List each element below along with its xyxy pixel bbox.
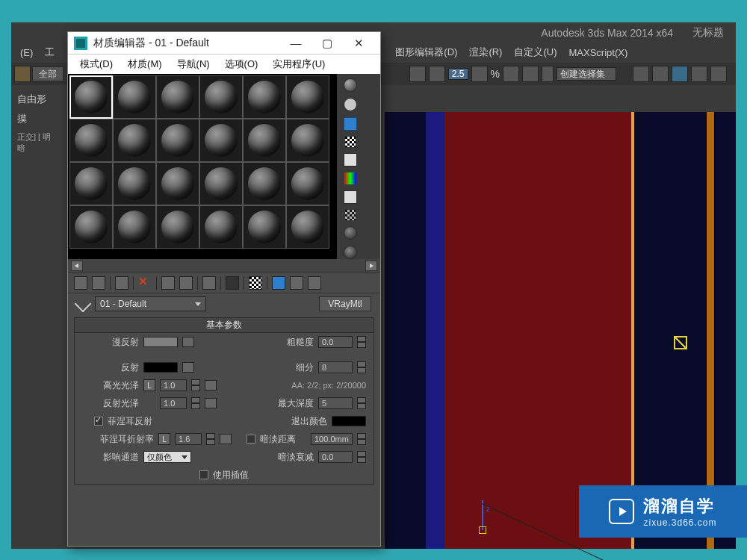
hilight-spinner[interactable] bbox=[191, 379, 200, 391]
make-copy-icon[interactable] bbox=[161, 276, 175, 290]
dimfall-spinner[interactable] bbox=[357, 451, 366, 463]
maxdepth-spinner[interactable] bbox=[357, 397, 366, 409]
assign-to-selection-icon[interactable] bbox=[115, 276, 128, 290]
options-icon[interactable] bbox=[345, 210, 356, 220]
menu-customize[interactable]: 自定义(U) bbox=[508, 44, 562, 60]
menu-render[interactable]: 渲染(R) bbox=[463, 44, 508, 60]
me-menu-utilities[interactable]: 实用程序(U) bbox=[265, 56, 332, 72]
pick-material-icon[interactable] bbox=[75, 296, 92, 313]
me-menu-mode[interactable]: 模式(D) bbox=[72, 56, 120, 72]
sample-slot[interactable] bbox=[286, 75, 329, 119]
sample-slot[interactable] bbox=[243, 162, 286, 205]
viewport-label[interactable]: 正交] [ 明暗 bbox=[11, 128, 62, 157]
me-menu-navigate[interactable]: 导航(N) bbox=[170, 56, 217, 72]
ior-lock-button[interactable]: L bbox=[158, 433, 170, 445]
dimfall-input[interactable]: 0.0 bbox=[318, 451, 353, 463]
snap-angle-icon[interactable] bbox=[471, 66, 488, 82]
diffuse-swatch[interactable] bbox=[143, 337, 178, 347]
backlight-icon[interactable] bbox=[344, 98, 357, 111]
sample-slot[interactable] bbox=[156, 162, 199, 205]
sample-slot[interactable] bbox=[156, 205, 199, 249]
mirror-icon[interactable] bbox=[633, 66, 649, 82]
background-icon[interactable] bbox=[344, 117, 357, 131]
close-button[interactable]: ✕ bbox=[343, 33, 374, 54]
tool-icon[interactable] bbox=[429, 66, 445, 82]
ior-spinner[interactable] bbox=[206, 433, 215, 445]
refl-gloss-map-button[interactable] bbox=[205, 398, 217, 408]
link-icon[interactable] bbox=[14, 66, 31, 82]
make-preview-icon[interactable] bbox=[344, 190, 357, 204]
video-color-check-icon[interactable] bbox=[344, 172, 356, 184]
me-menu-options[interactable]: 选项(O) bbox=[217, 56, 266, 72]
sample-slot[interactable] bbox=[286, 119, 329, 162]
sample-slot[interactable] bbox=[199, 75, 243, 119]
scroll-right-icon[interactable] bbox=[365, 261, 377, 271]
scene-object[interactable] bbox=[706, 112, 715, 549]
spinner-x-value[interactable]: 2.5 bbox=[448, 68, 468, 80]
sample-slot[interactable] bbox=[199, 205, 243, 249]
material-editor-titlebar[interactable]: 材质编辑器 - 01 - Default — ▢ ✕ bbox=[68, 32, 380, 55]
sample-slot[interactable] bbox=[113, 75, 156, 119]
subdiv-input[interactable]: 8 bbox=[318, 361, 353, 373]
refl-gloss-input[interactable]: 1.0 bbox=[160, 397, 187, 409]
scene-object[interactable] bbox=[444, 112, 631, 549]
sample-slot[interactable] bbox=[113, 205, 156, 249]
layers-icon[interactable] bbox=[672, 66, 688, 82]
align-icon[interactable] bbox=[652, 66, 669, 82]
sample-slot[interactable] bbox=[156, 75, 199, 119]
dimdist-spinner[interactable] bbox=[357, 433, 366, 445]
refl-gloss-spinner[interactable] bbox=[191, 397, 200, 409]
me-menu-material[interactable]: 材质(M) bbox=[120, 56, 170, 72]
menu-graph-editors[interactable]: 图形编辑器(D) bbox=[389, 44, 463, 60]
sample-slot[interactable] bbox=[113, 162, 156, 205]
select-by-material-icon[interactable] bbox=[344, 226, 357, 240]
exit-color-swatch[interactable] bbox=[332, 416, 366, 426]
reset-map-icon[interactable]: ✕ bbox=[138, 276, 152, 290]
sample-uv-icon[interactable] bbox=[344, 153, 357, 167]
menu-tools[interactable]: 工 bbox=[39, 44, 61, 60]
filter-all-button[interactable]: 全部 bbox=[32, 66, 63, 81]
roughness-spinner[interactable] bbox=[357, 336, 366, 348]
affect-channel-dropdown[interactable]: 仅颜色 bbox=[143, 451, 191, 463]
go-to-parent-icon[interactable] bbox=[290, 276, 303, 290]
maximize-button[interactable]: ▢ bbox=[311, 33, 343, 54]
scene-object[interactable] bbox=[631, 112, 634, 549]
sample-slot[interactable] bbox=[113, 119, 156, 162]
fresnel-ior-input[interactable]: 1.6 bbox=[175, 433, 202, 445]
minimize-button[interactable]: — bbox=[280, 33, 311, 54]
sample-slot[interactable] bbox=[243, 75, 286, 119]
sample-type-icon[interactable] bbox=[344, 78, 357, 92]
hilight-lock-button[interactable]: L bbox=[143, 379, 155, 391]
sample-slot[interactable] bbox=[243, 119, 286, 162]
scene-object[interactable] bbox=[426, 112, 444, 549]
show-end-result-icon[interactable] bbox=[272, 276, 285, 290]
sample-slot[interactable] bbox=[243, 205, 286, 249]
sample-slot[interactable] bbox=[199, 162, 243, 205]
maxdepth-input[interactable]: 5 bbox=[318, 397, 353, 409]
scroll-left-icon[interactable] bbox=[71, 261, 83, 271]
fresnel-checkbox[interactable] bbox=[94, 417, 103, 426]
diffuse-map-button[interactable] bbox=[182, 337, 194, 347]
sample-slot[interactable] bbox=[286, 205, 329, 249]
menu-maxscript[interactable]: MAXScript(X) bbox=[562, 46, 633, 60]
snap-toggle-icon[interactable] bbox=[522, 66, 539, 82]
make-unique-icon[interactable] bbox=[179, 276, 193, 290]
material-id-icon[interactable] bbox=[226, 276, 239, 290]
show-map-icon[interactable] bbox=[249, 276, 262, 290]
schematic-view-icon[interactable] bbox=[710, 66, 727, 82]
use-interp-checkbox[interactable] bbox=[199, 470, 208, 479]
ior-map-button[interactable] bbox=[220, 434, 232, 444]
hilight-gloss-input[interactable]: 1.0 bbox=[160, 379, 187, 391]
material-name-dropdown[interactable]: 01 - Default bbox=[95, 296, 206, 311]
selection-set-dropdown[interactable]: 创建选择集 bbox=[557, 67, 616, 81]
go-forward-icon[interactable] bbox=[308, 276, 321, 290]
viewport[interactable]: z bbox=[385, 112, 736, 549]
checker-bg-icon[interactable] bbox=[345, 137, 356, 147]
roughness-input[interactable]: 0.0 bbox=[318, 336, 353, 348]
material-map-nav-icon[interactable] bbox=[344, 246, 357, 259]
put-to-library-icon[interactable] bbox=[202, 276, 216, 290]
put-to-scene-icon[interactable] bbox=[92, 276, 105, 290]
tool-icon[interactable] bbox=[409, 66, 426, 82]
hilight-map-button[interactable] bbox=[205, 380, 217, 391]
sample-scrollbar[interactable] bbox=[68, 259, 380, 273]
